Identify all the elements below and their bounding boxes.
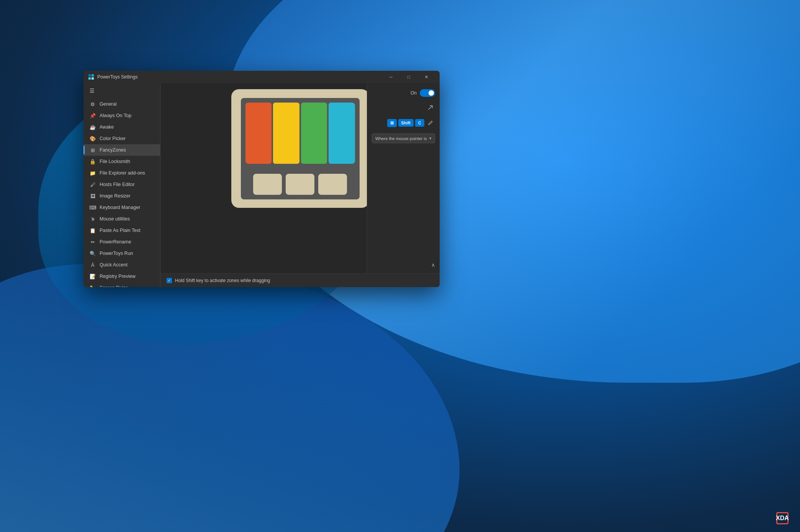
preview-card: [231, 89, 369, 208]
sidebar-label-powerrename: PowerRename: [100, 239, 131, 245]
right-panel: On ⊞ Shift C: [367, 83, 440, 287]
xda-bracket: XDA: [776, 512, 789, 524]
sidebar-label-general: General: [100, 101, 116, 107]
sidebar-item-paste-plain-text[interactable]: 📋 Paste As Plain Text: [83, 225, 160, 236]
bottom-bar: Hold Shift key to activate zones while d…: [160, 273, 440, 287]
mouse-icon: 🖱: [90, 216, 96, 222]
sidebar-label-mouse-utilities: Mouse utilities: [100, 216, 130, 222]
keyboard-icon: ⌨: [90, 204, 96, 211]
sidebar-item-color-picker[interactable]: 🎨 Color Picker: [83, 133, 160, 144]
svg-rect-3: [92, 77, 94, 80]
hold-shift-checkbox[interactable]: Hold Shift key to activate zones while d…: [167, 278, 270, 283]
window-controls: ─ □ ✕: [382, 71, 435, 83]
sidebar-label-screen-ruler: Screen Ruler: [100, 285, 128, 287]
sidebar-label-registry-preview: Registry Preview: [100, 274, 136, 279]
sidebar-item-general[interactable]: ⚙ General: [83, 98, 160, 110]
sidebar-item-file-locksmith[interactable]: 🔒 File Locksmith: [83, 156, 160, 167]
preview-inner: [241, 98, 360, 199]
enable-toggle[interactable]: [420, 89, 435, 97]
sidebar-label-paste-plain-text: Paste As Plain Text: [100, 228, 141, 233]
sidebar-item-hosts-file-editor[interactable]: 🖊 Hosts File Editor: [83, 179, 160, 190]
preview-btn-1: [253, 174, 282, 195]
sidebar-item-powertoys-run[interactable]: 🔍 PowerToys Run: [83, 248, 160, 259]
powerrename-icon: ✏: [90, 239, 96, 245]
color-bar-yellow: [273, 103, 299, 164]
menu-toggle[interactable]: ☰: [83, 85, 160, 97]
sidebar-label-image-resizer: Image Resizer: [100, 193, 131, 199]
sidebar-item-always-on-top[interactable]: 📌 Always On Top: [83, 110, 160, 121]
color-bar-green: [301, 103, 327, 164]
position-dropdown[interactable]: Where the mouse pointer is ▾: [372, 134, 435, 143]
toggle-label: On: [411, 90, 417, 96]
sidebar-label-keyboard-manager: Keyboard Manager: [100, 205, 140, 210]
sidebar-label-color-picker: Color Picker: [100, 136, 126, 141]
image-resizer-icon: 🖼: [90, 193, 96, 199]
powertoys-window: PowerToys Settings ─ □ ✕ ☰ ⚙ General 📌 A…: [83, 71, 440, 287]
sidebar-item-keyboard-manager[interactable]: ⌨ Keyboard Manager: [83, 202, 160, 213]
sidebar-label-file-explorer: File Explorer add-ons: [100, 170, 145, 176]
dropdown-row: Where the mouse pointer is ▾: [372, 134, 435, 143]
checkbox-label: Hold Shift key to activate zones while d…: [175, 278, 270, 283]
registry-icon: 📝: [90, 273, 96, 279]
color-bar-red: [245, 103, 272, 164]
close-button[interactable]: ✕: [417, 71, 435, 83]
hosts-icon: 🖊: [90, 181, 96, 188]
screen-ruler-icon: 📏: [90, 285, 96, 287]
always-on-top-icon: 📌: [90, 113, 96, 119]
file-locksmith-icon: 🔒: [90, 158, 96, 165]
main-content: ☰ ⚙ General 📌 Always On Top ☕ Awake 🎨 Co…: [83, 83, 440, 287]
checkbox-icon: [167, 278, 172, 283]
color-picker-icon: 🎨: [90, 135, 96, 142]
key-win: ⊞: [387, 119, 397, 127]
title-bar: PowerToys Settings ─ □ ✕: [83, 71, 440, 83]
preview-btn-2: [286, 174, 314, 195]
sidebar-label-file-locksmith: File Locksmith: [100, 159, 130, 164]
edit-shortcut-button[interactable]: [426, 118, 435, 127]
sidebar-label-hosts-file-editor: Hosts File Editor: [100, 182, 135, 187]
sidebar-label-always-on-top: Always On Top: [100, 113, 131, 118]
hamburger-icon: ☰: [90, 88, 95, 94]
maximize-button[interactable]: □: [400, 71, 417, 83]
sidebar-item-powerrename[interactable]: ✏ PowerRename: [83, 236, 160, 248]
sidebar-item-screen-ruler[interactable]: 📏 Screen Ruler: [83, 282, 160, 287]
xda-logo: XDA: [776, 512, 789, 524]
collapse-button[interactable]: ∧: [431, 262, 435, 268]
launch-icon[interactable]: [426, 103, 435, 112]
sidebar-label-awake: Awake: [100, 124, 114, 130]
sidebar-item-image-resizer[interactable]: 🖼 Image Resizer: [83, 190, 160, 202]
sidebar-label-quick-accent: Quick Accent: [100, 262, 128, 268]
sidebar-item-file-explorer[interactable]: 📁 File Explorer add-ons: [83, 167, 160, 179]
sidebar-label-fancyzones: FancyZones: [100, 147, 126, 153]
svg-rect-2: [88, 77, 91, 80]
sidebar-item-awake[interactable]: ☕ Awake: [83, 121, 160, 133]
sidebar-item-registry-preview[interactable]: 📝 Registry Preview: [83, 271, 160, 282]
launch-row: [372, 103, 435, 112]
dropdown-label: Where the mouse pointer is: [375, 136, 427, 141]
sidebar-item-mouse-utilities[interactable]: 🖱 Mouse utilities: [83, 213, 160, 225]
preview-btn-3: [318, 174, 347, 195]
dropdown-chevron-icon: ▾: [429, 136, 432, 141]
general-icon: ⚙: [90, 101, 96, 107]
color-bar-blue: [329, 103, 355, 164]
svg-rect-0: [88, 74, 91, 77]
key-c: C: [415, 119, 424, 127]
content-area: On ⊞ Shift C: [160, 83, 440, 287]
svg-rect-1: [92, 74, 94, 77]
powertoys-run-icon: 🔍: [90, 250, 96, 256]
file-explorer-icon: 📁: [90, 170, 96, 176]
chevron-up-icon: ∧: [431, 262, 435, 268]
window-title: PowerToys Settings: [97, 74, 382, 80]
sidebar-item-fancyzones[interactable]: ⊞ FancyZones: [83, 144, 160, 156]
app-icon: [88, 74, 94, 80]
awake-icon: ☕: [90, 124, 96, 130]
enable-toggle-row: On: [372, 89, 435, 97]
quick-accent-icon: Á: [90, 262, 96, 268]
sidebar-item-quick-accent[interactable]: Á Quick Accent: [83, 259, 160, 271]
preview-buttons: [245, 174, 355, 195]
minimize-button[interactable]: ─: [382, 71, 400, 83]
color-bars: [245, 103, 355, 164]
key-shift: Shift: [398, 119, 414, 127]
sidebar: ☰ ⚙ General 📌 Always On Top ☕ Awake 🎨 Co…: [83, 83, 160, 287]
sidebar-label-powertoys-run: PowerToys Run: [100, 251, 133, 256]
paste-icon: 📋: [90, 227, 96, 233]
